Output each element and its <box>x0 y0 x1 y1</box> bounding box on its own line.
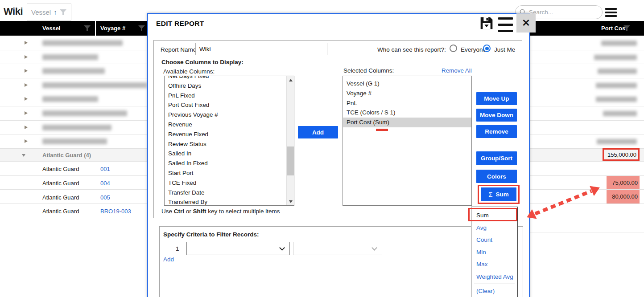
vessel-cell: Atlantic Guard <box>42 180 79 187</box>
criteria-field-select[interactable] <box>186 242 290 255</box>
blurred-port-cost <box>603 111 637 116</box>
blurred-port-cost <box>598 69 637 74</box>
expand-icon[interactable] <box>25 83 28 87</box>
radio-everyone[interactable] <box>450 45 457 52</box>
selected-item[interactable]: Vessel (G 1) <box>343 79 471 89</box>
sigma-icon: Σ <box>488 191 492 198</box>
column-header-vessel: Vessel <box>42 21 61 36</box>
radio-just-me[interactable] <box>483 45 491 52</box>
remove-button[interactable]: Remove <box>476 125 517 138</box>
search-input[interactable] <box>529 9 596 16</box>
close-icon: ✕ <box>522 17 530 29</box>
selected-item[interactable]: TCE (Colors / S 1) <box>343 108 471 118</box>
group-port-cost-value: 155,000.00 <box>607 151 636 158</box>
blurred-vessel-name <box>42 82 147 88</box>
chevron-down-icon <box>279 245 285 251</box>
available-item[interactable]: Revenue <box>165 120 286 130</box>
blurred-vessel-name <box>42 138 107 144</box>
collapse-icon[interactable] <box>22 154 25 157</box>
blurred-vessel-name <box>42 54 98 60</box>
radio-just-me-label[interactable]: Just Me <box>494 46 515 53</box>
add-button[interactable]: Add <box>298 126 338 138</box>
available-item[interactable]: TCE Fixed <box>165 178 286 188</box>
agg-menu-item-clear[interactable]: (Clear) <box>471 285 517 297</box>
agg-menu-item-sum[interactable]: Sum <box>471 209 517 222</box>
voyage-link[interactable]: 001 <box>100 166 110 172</box>
blurred-port-cost <box>594 55 637 60</box>
vessel-cell: Atlantic Guard <box>42 208 79 215</box>
selected-item[interactable]: PnL <box>343 98 471 108</box>
criteria-add-link[interactable]: Add <box>163 256 174 263</box>
colors-button[interactable]: Colors <box>476 170 517 183</box>
criteria-title: Specify Criteria to Filter Records: <box>163 231 259 238</box>
choose-columns-title: Choose Columns to Display: <box>161 59 244 65</box>
agg-menu-item-avg[interactable]: Avg <box>471 222 517 234</box>
available-item[interactable]: Sailed In <box>165 149 286 159</box>
available-item[interactable]: Port Cost Fixed <box>165 100 286 110</box>
blurred-port-cost <box>596 97 637 102</box>
sort-ascending-icon: ↑ <box>54 8 57 16</box>
header-separator <box>95 21 96 36</box>
scrollbar-thumb[interactable] <box>287 146 294 175</box>
available-item[interactable]: Start Port <box>165 168 286 178</box>
move-down-button[interactable]: Move Down <box>476 109 517 122</box>
selected-columns-label: Selected Columns: <box>343 67 394 74</box>
group-sort-button[interactable]: Group/Sort <box>476 151 517 165</box>
vessel-filter-icon[interactable] <box>84 25 91 31</box>
expand-icon[interactable] <box>25 41 28 45</box>
radio-everyone-label[interactable]: Everyone <box>461 46 486 53</box>
filter-criteria-panel: Specify Criteria to Filter Records: 1 Ad… <box>159 226 523 297</box>
selected-item-highlighted[interactable]: Port Cost (Sum) <box>343 118 471 127</box>
expand-icon[interactable] <box>25 69 28 73</box>
criteria-value-select[interactable] <box>293 242 382 255</box>
modal-close-button[interactable]: ✕ <box>516 13 536 33</box>
available-item[interactable]: Review Status <box>165 139 286 149</box>
sum-button[interactable]: Σ Sum <box>481 187 516 201</box>
voyage-filter-icon[interactable] <box>138 25 145 31</box>
report-name-input[interactable] <box>195 43 327 55</box>
blurred-vessel-name <box>42 68 105 74</box>
available-item[interactable]: Sailed In Fixed <box>165 159 286 168</box>
blurred-port-cost <box>601 41 637 46</box>
voyage-link[interactable]: 004 <box>100 180 110 187</box>
available-item[interactable]: Transferred By <box>165 197 286 205</box>
expand-icon[interactable] <box>25 126 28 129</box>
available-item[interactable]: Transfer Date <box>165 188 286 198</box>
scrollbar[interactable] <box>286 76 294 205</box>
available-item[interactable]: Revenue Fixed <box>165 130 286 139</box>
voyage-link[interactable]: 005 <box>100 194 110 201</box>
modal-menu-icon[interactable] <box>498 17 513 34</box>
selected-item[interactable]: Voyage # <box>343 89 471 98</box>
expand-icon[interactable] <box>25 139 28 143</box>
chevron-down-icon <box>372 245 377 251</box>
expand-icon[interactable] <box>25 111 28 115</box>
page-menu-icon[interactable] <box>605 8 617 17</box>
remove-all-link[interactable]: Remove All <box>442 67 472 74</box>
available-item[interactable]: PnL Fixed <box>165 91 286 101</box>
voyage-link[interactable]: BRO19-003 <box>100 208 131 215</box>
available-item[interactable]: Previous Voyage # <box>165 110 286 120</box>
sort-chip-label: Vessel <box>31 8 51 16</box>
expand-icon[interactable] <box>25 55 28 59</box>
move-up-button[interactable]: Move Up <box>476 92 517 105</box>
scroll-down-icon[interactable] <box>287 198 294 205</box>
column-header-voyage: Voyage # <box>100 21 125 36</box>
blurred-port-cost <box>597 139 637 144</box>
save-icon[interactable] <box>479 15 494 31</box>
expand-icon[interactable] <box>25 97 28 101</box>
sort-filter-chip[interactable]: Vessel ↑ <box>27 4 71 20</box>
available-item[interactable]: Offhire Days <box>165 81 286 91</box>
scroll-up-icon[interactable] <box>287 76 294 84</box>
agg-menu-item-max[interactable]: Max <box>471 258 517 271</box>
annotation-box-group-sum: 155,000.00 <box>603 148 640 161</box>
agg-menu-item-min[interactable]: Min <box>471 246 517 259</box>
selected-columns-listbox[interactable]: Vessel (G 1) Voyage # PnL TCE (Colors / … <box>343 76 472 206</box>
agg-menu-item-weighted-avg[interactable]: Weighted Avg <box>471 271 517 283</box>
agg-menu-item-count[interactable]: Count <box>471 234 517 246</box>
available-columns-listbox[interactable]: Net Days Fixed Offhire Days PnL Fixed Po… <box>164 76 294 206</box>
port-cost-filter-icon[interactable] <box>623 25 630 31</box>
available-item[interactable]: Net Days Fixed <box>165 76 286 81</box>
menu-divider <box>474 284 515 284</box>
visibility-label: Who can see this report?: <box>377 46 446 53</box>
available-columns-label: Available Columns: <box>163 68 215 75</box>
